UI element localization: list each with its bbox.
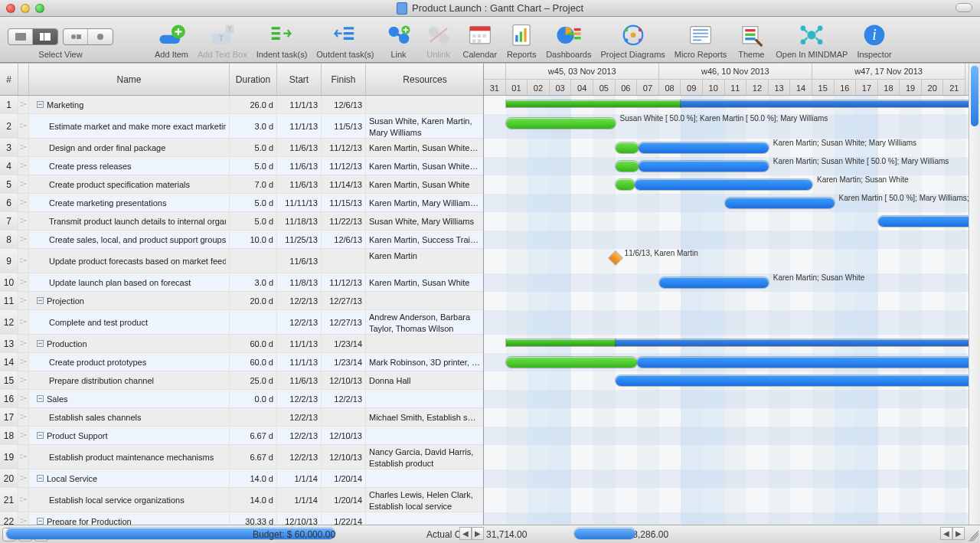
start-cell[interactable]: 12/2/13 bbox=[277, 445, 322, 469]
resources-cell[interactable] bbox=[366, 335, 483, 353]
project-diagrams-button[interactable]: Project Diagrams bbox=[600, 22, 665, 59]
start-cell[interactable]: 1/1/14 bbox=[277, 488, 322, 512]
duration-cell[interactable]: 60.0 d bbox=[230, 353, 277, 371]
finish-cell[interactable]: 12/2/13 bbox=[322, 390, 366, 408]
finish-cell[interactable]: 11/12/13 bbox=[322, 139, 366, 157]
open-mindmap-button[interactable]: Open In MINDMAP bbox=[776, 22, 848, 59]
finish-cell[interactable]: 12/27/13 bbox=[322, 292, 366, 310]
inspector-button[interactable]: iInspector bbox=[857, 22, 891, 59]
gantt-task-bar[interactable] bbox=[639, 161, 769, 172]
table-row[interactable]: 17Establish sales channels12/2/13Michael… bbox=[0, 408, 483, 427]
start-cell[interactable]: 12/2/13 bbox=[277, 310, 322, 335]
link-button[interactable]: Link bbox=[384, 22, 414, 59]
table-row[interactable]: 21Establish local service organizations1… bbox=[0, 488, 483, 512]
table-row[interactable]: 13−Production60.0 d11/1/131/23/14 bbox=[0, 335, 483, 353]
duration-cell[interactable]: 5.0 d bbox=[230, 194, 277, 212]
resources-cell[interactable]: Michael Smith, Establish sales channels bbox=[366, 408, 483, 427]
duration-cell[interactable]: 14.0 d bbox=[230, 488, 277, 512]
duration-cell[interactable] bbox=[230, 408, 277, 427]
table-row[interactable]: 18−Product Support6.67 d12/2/1312/10/13 bbox=[0, 427, 483, 445]
col-resources[interactable]: Resources bbox=[366, 64, 484, 95]
finish-cell[interactable]: 11/14/13 bbox=[322, 175, 366, 194]
task-name-cell[interactable]: −Local Service bbox=[29, 469, 230, 488]
finish-cell[interactable]: 11/12/13 bbox=[322, 273, 366, 292]
table-row[interactable]: 12Complete and test product12/2/1312/27/… bbox=[0, 310, 483, 335]
resources-cell[interactable] bbox=[366, 512, 483, 525]
table-row[interactable]: 3Design and order final package5.0 d11/6… bbox=[0, 139, 483, 157]
task-name-cell[interactable]: Prepare distribution channel bbox=[29, 371, 230, 390]
finish-cell[interactable]: 11/12/13 bbox=[322, 157, 366, 175]
col-duration[interactable]: Duration bbox=[230, 64, 277, 95]
start-cell[interactable]: 12/10/13 bbox=[277, 512, 322, 525]
finish-cell[interactable]: 1/22/14 bbox=[322, 512, 366, 525]
duration-cell[interactable]: 20.0 d bbox=[230, 292, 277, 310]
finish-cell[interactable]: 12/6/13 bbox=[322, 231, 366, 249]
finish-cell[interactable]: 12/10/13 bbox=[322, 445, 366, 469]
resources-cell[interactable]: Charles Lewis, Helen Clark, Establish lo… bbox=[366, 488, 483, 512]
start-cell[interactable]: 11/1/13 bbox=[277, 353, 322, 371]
gantt-summary-bar[interactable] bbox=[681, 100, 980, 107]
view-seg1-opt2[interactable] bbox=[33, 29, 57, 44]
table-row[interactable]: 20−Local Service14.0 d1/1/141/20/14 bbox=[0, 469, 483, 488]
table-row[interactable]: 15Prepare distribution channel25.0 d11/6… bbox=[0, 371, 483, 390]
duration-cell[interactable]: 5.0 d bbox=[230, 157, 277, 175]
resources-cell[interactable]: Karen Martin, Susan White bbox=[366, 273, 483, 292]
gantt-task-bar[interactable] bbox=[639, 142, 769, 153]
finish-cell[interactable]: 11/15/13 bbox=[322, 194, 366, 212]
gantt-task-bar[interactable] bbox=[637, 357, 980, 368]
task-name-cell[interactable]: Create marketing presentations bbox=[29, 194, 230, 212]
task-name-cell[interactable]: Update product forecasts based on market… bbox=[29, 249, 230, 273]
task-name-cell[interactable]: −Prepare for Production bbox=[29, 512, 230, 525]
task-name-cell[interactable]: Create product specification materials bbox=[29, 175, 230, 194]
duration-cell[interactable]: 25.0 d bbox=[230, 371, 277, 390]
disclosure-icon[interactable]: − bbox=[37, 395, 44, 402]
view-seg1-opt1[interactable] bbox=[8, 29, 33, 44]
task-name-cell[interactable]: Estimate market and make more exact mark… bbox=[29, 114, 230, 139]
disclosure-icon[interactable]: − bbox=[37, 475, 44, 482]
theme-button[interactable]: Theme bbox=[736, 22, 766, 59]
start-cell[interactable]: 11/1/13 bbox=[277, 335, 322, 353]
table-row[interactable]: 1−Marketing26.0 d11/1/1312/6/13 bbox=[0, 96, 483, 114]
resources-cell[interactable]: Karen Martin, Success Trainings corp. bbox=[366, 231, 483, 249]
gantt-area[interactable]: Susan White [ 50.0 %]; Karen Martin [ 50… bbox=[484, 96, 980, 525]
col-name[interactable]: Name bbox=[29, 64, 230, 95]
duration-cell[interactable]: 0.0 d bbox=[230, 390, 277, 408]
start-cell[interactable]: 11/11/13 bbox=[277, 194, 322, 212]
task-name-cell[interactable]: Create press releases bbox=[29, 157, 230, 175]
task-name-cell[interactable]: Create sales, local, and product support… bbox=[29, 231, 230, 249]
window-resize-handle[interactable] bbox=[968, 531, 978, 541]
col-start[interactable]: Start bbox=[277, 64, 322, 95]
right-h-scrollbar[interactable] bbox=[574, 528, 635, 539]
gantt-task-bar[interactable] bbox=[725, 198, 835, 208]
table-row[interactable]: 4Create press releases5.0 d11/6/1311/12/… bbox=[0, 157, 483, 175]
task-name-cell[interactable]: −Sales bbox=[29, 390, 230, 408]
indent-button[interactable]: Indent task(s) bbox=[256, 22, 308, 59]
start-cell[interactable]: 11/6/13 bbox=[277, 157, 322, 175]
view-segmented-2[interactable] bbox=[63, 28, 113, 45]
add-text-box-button[interactable]: TTAdd Text Box bbox=[198, 22, 247, 59]
resources-cell[interactable]: Susan White, Mary Williams bbox=[366, 212, 483, 231]
duration-cell[interactable]: 6.67 d bbox=[230, 427, 277, 445]
toolbar-toggle-button[interactable] bbox=[956, 3, 972, 12]
start-cell[interactable]: 11/18/13 bbox=[277, 212, 322, 231]
start-cell[interactable]: 12/2/13 bbox=[277, 390, 322, 408]
finish-cell[interactable]: 1/23/14 bbox=[322, 335, 366, 353]
table-row[interactable]: 11−Projection20.0 d12/2/1312/27/13 bbox=[0, 292, 483, 310]
gantt-task-bar-progress[interactable] bbox=[616, 161, 639, 172]
gantt-task-bar-progress[interactable] bbox=[506, 357, 638, 368]
disclosure-icon[interactable]: − bbox=[37, 518, 44, 525]
v-scroll-thumb[interactable] bbox=[971, 65, 978, 126]
duration-cell[interactable]: 7.0 d bbox=[230, 175, 277, 194]
table-row[interactable]: 22−Prepare for Production30.33 d12/10/13… bbox=[0, 512, 483, 525]
resources-cell[interactable]: Karen Martin, Susan White, Mary Williams bbox=[366, 157, 483, 175]
table-row[interactable]: 7Transmit product launch details to inte… bbox=[0, 212, 483, 231]
start-cell[interactable]: 11/25/13 bbox=[277, 231, 322, 249]
gantt-task-bar[interactable] bbox=[659, 277, 769, 288]
finish-cell[interactable]: 11/22/13 bbox=[322, 212, 366, 231]
start-cell[interactable]: 11/1/13 bbox=[277, 96, 322, 114]
table-row[interactable]: 6Create marketing presentations5.0 d11/1… bbox=[0, 194, 483, 212]
finish-cell[interactable]: 1/20/14 bbox=[322, 488, 366, 512]
gantt-summary-bar[interactable] bbox=[616, 339, 980, 346]
duration-cell[interactable]: 3.0 d bbox=[230, 273, 277, 292]
grid-body[interactable]: 1−Marketing26.0 d11/1/1312/6/132Estimate… bbox=[0, 96, 483, 525]
